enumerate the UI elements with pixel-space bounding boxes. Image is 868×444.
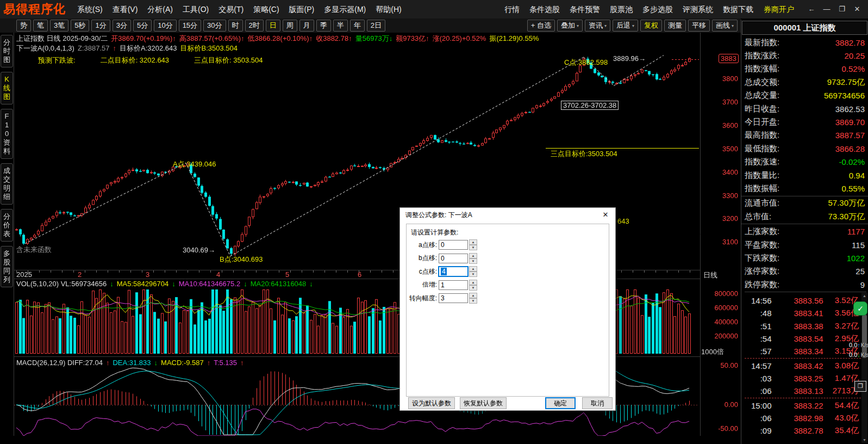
menu-item[interactable]: 交易(T) xyxy=(214,0,248,18)
spinner-control[interactable]: ▲▼ xyxy=(469,293,477,304)
spinner-control[interactable]: ▲▼ xyxy=(469,266,477,277)
sidebar-tab[interactable]: 多股同列 xyxy=(1,246,13,287)
period-button[interactable]: 2时 xyxy=(245,20,264,32)
spinner-control[interactable]: ▲▼ xyxy=(469,253,477,264)
spinner-control[interactable]: ▲▼ xyxy=(469,239,477,250)
period-button[interactable]: 2日 xyxy=(367,20,385,32)
period-button[interactable]: 5分 xyxy=(133,20,152,32)
period-button[interactable]: 1分 xyxy=(91,20,110,32)
menu-item[interactable]: 多显示器(M) xyxy=(319,0,371,18)
dialog-button[interactable]: 确定 xyxy=(545,397,576,409)
period-button[interactable]: 年 xyxy=(350,20,365,32)
dialog-button[interactable]: 恢复默认参数 xyxy=(460,397,507,409)
tick-row[interactable]: :093882.7835.4亿 xyxy=(745,424,866,437)
period-button[interactable]: 30分 xyxy=(203,20,226,32)
spin-down-icon[interactable]: ▼ xyxy=(469,272,477,277)
sidebar-tab[interactable]: K线图 xyxy=(1,72,13,104)
tool-button[interactable]: 资讯▾ xyxy=(585,20,610,32)
dialog-button[interactable]: 设为默认参数 xyxy=(408,397,455,409)
tool-button[interactable]: 叠加▾ xyxy=(557,20,583,32)
spin-down-icon[interactable]: ▼ xyxy=(469,258,477,264)
text-segment: 低3866.28(+0.10%)↑ xyxy=(248,34,313,42)
quicklink-item[interactable]: 数据下载 xyxy=(718,0,758,18)
tool-button[interactable]: 复权 xyxy=(640,20,662,32)
security-shield-icon[interactable]: ✓ xyxy=(853,301,867,316)
quicklink-item[interactable]: 条件选股 xyxy=(524,0,565,18)
tool-button[interactable]: 平移 xyxy=(688,20,710,32)
menu-item[interactable]: 帮助(H) xyxy=(371,0,406,18)
dialog-input[interactable]: 0 xyxy=(439,240,468,250)
tick-row[interactable]: :063882.9843.0亿 xyxy=(745,412,866,424)
tick-row[interactable]: 14:563883.563.52亿 xyxy=(745,294,866,307)
window-restore-icon[interactable]: ❐ xyxy=(854,381,866,392)
dialog-input[interactable]: 0 xyxy=(439,254,468,263)
quicklink-item[interactable]: 行情 xyxy=(499,0,524,18)
period-button[interactable]: 3笔 xyxy=(50,20,68,32)
spin-up-icon[interactable]: ▲ xyxy=(469,293,477,298)
tool-button[interactable]: 测量 xyxy=(664,20,686,32)
tick-row[interactable]: :573883.343.15亿 xyxy=(745,345,866,357)
sidebar-tab[interactable]: 分时图 xyxy=(1,35,13,67)
period-button[interactable]: 周 xyxy=(283,20,297,32)
scroll-up-icon[interactable]: ▲ xyxy=(861,293,867,299)
period-button[interactable]: 15分 xyxy=(179,20,201,32)
spin-up-icon[interactable]: ▲ xyxy=(469,280,477,285)
quicklink-item[interactable]: 股票池 xyxy=(605,0,638,18)
dialog-input[interactable]: 4 xyxy=(439,267,468,276)
tick-row[interactable]: 14:573883.423.08亿 xyxy=(745,359,866,372)
back-button[interactable]: ← xyxy=(804,0,819,18)
sidebar-tab[interactable]: 分价表 xyxy=(1,209,13,242)
period-button[interactable]: 日 xyxy=(266,20,280,32)
quicklink-item[interactable]: 评测系统 xyxy=(678,0,718,18)
stat-row: 昨日收盘:3862.53 xyxy=(745,102,866,115)
period-button[interactable]: 3分 xyxy=(113,20,131,32)
net-unit: K/s xyxy=(861,342,868,348)
sidebar-tab[interactable]: 成交明细 xyxy=(1,163,13,205)
tick-row[interactable]: :033883.251.47亿 xyxy=(745,372,866,385)
tick-row[interactable]: :483883.413.56亿 xyxy=(745,307,866,319)
period-button[interactable]: 月 xyxy=(299,20,314,32)
close-icon[interactable]: ✕ xyxy=(596,208,615,222)
close-button[interactable]: ✕ xyxy=(850,0,865,18)
prediction-segment: 三点目标价: 3503.504 xyxy=(194,56,263,64)
spin-up-icon[interactable]: ▲ xyxy=(469,239,477,245)
menu-item[interactable]: 分析(A) xyxy=(142,0,178,18)
dialog-input[interactable]: 1 xyxy=(439,280,468,290)
menu-item[interactable]: 策略(C) xyxy=(248,0,284,18)
menu-item[interactable]: 版面(P) xyxy=(284,0,320,18)
spin-down-icon[interactable]: ▼ xyxy=(469,298,477,304)
scroll-down-icon[interactable]: ▼ xyxy=(861,437,867,443)
maximize-button[interactable]: ❐ xyxy=(834,0,850,18)
dialog-input[interactable]: 3 xyxy=(439,293,468,303)
dialog-button[interactable]: 取消 xyxy=(582,397,613,409)
spin-down-icon[interactable]: ▼ xyxy=(469,245,477,250)
spinner-control[interactable]: ▲▼ xyxy=(469,280,477,291)
tick-row[interactable]: :543883.542.95亿 xyxy=(745,332,866,345)
sidebar-tab[interactable]: F10资料 xyxy=(1,109,13,159)
period-button[interactable]: 10分 xyxy=(154,20,176,32)
period-button[interactable]: 时 xyxy=(228,20,243,32)
period-button[interactable]: 势 xyxy=(16,20,31,32)
quicklink-item[interactable]: 多步选股 xyxy=(638,0,678,18)
tool-button[interactable]: 后退▾ xyxy=(613,20,638,32)
tool-button[interactable]: + 自选 xyxy=(527,20,555,32)
dropdown-caret-icon: ▾ xyxy=(732,23,734,28)
tick-row[interactable]: :063883.132713万 xyxy=(745,385,866,397)
period-button[interactable]: 季 xyxy=(316,20,331,32)
tick-row[interactable]: 15:003883.2254.4亿 xyxy=(745,399,866,411)
period-button[interactable]: 笔 xyxy=(33,20,48,32)
quicklink-item[interactable]: 条件预警 xyxy=(565,0,605,18)
period-button[interactable]: 半 xyxy=(333,20,348,32)
tick-row[interactable]: :513883.383.27亿 xyxy=(745,320,866,332)
spin-down-icon[interactable]: ▼ xyxy=(469,285,477,291)
menu-item[interactable]: 系统(S) xyxy=(72,0,108,18)
menu-item[interactable]: 工具(O) xyxy=(178,0,214,18)
period-button[interactable]: 5秒 xyxy=(71,20,89,32)
minimize-button[interactable]: — xyxy=(819,0,834,18)
broker-account-link[interactable]: 券商开户 xyxy=(758,0,800,18)
tool-button[interactable]: 画线▾ xyxy=(712,20,738,32)
spin-up-icon[interactable]: ▲ xyxy=(469,253,477,258)
menu-item[interactable]: 查看(V) xyxy=(108,0,143,18)
spin-up-icon[interactable]: ▲ xyxy=(469,266,477,272)
dialog-titlebar[interactable]: 调整公式参数: 下一波A ✕ xyxy=(400,208,615,222)
